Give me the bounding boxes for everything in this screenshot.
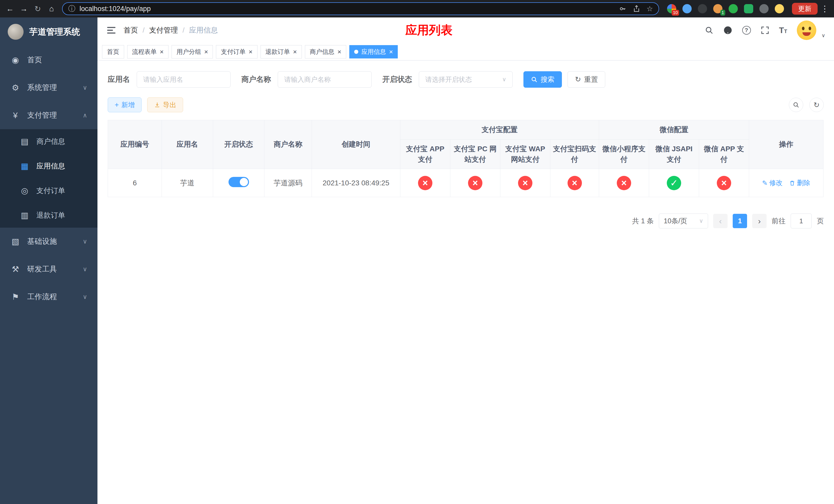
extension-badge: 10 [672, 10, 679, 16]
close-icon[interactable]: × [204, 48, 208, 55]
breadcrumb-separator: / [142, 26, 145, 35]
sidebar: 芋道管理系统 ◉ 首页 ⚙ 系统管理 ∨ ¥ 支付管理 ∧ ▤ 商户信息 ▦ 应… [0, 18, 97, 504]
bookmark-star-icon[interactable]: ☆ [646, 5, 653, 13]
close-icon[interactable]: × [160, 48, 163, 55]
sidebar-item-label: 基础设施 [27, 236, 57, 247]
tab-app-info[interactable]: 应用信息 × [349, 45, 398, 59]
font-size-icon[interactable]: TT [779, 26, 787, 35]
delete-button[interactable]: 删除 [789, 178, 810, 187]
pagination: 共 1 条 10条/页 ∨ ‹ 1 › 前往 页 [108, 213, 824, 228]
next-page-button[interactable]: › [752, 214, 767, 228]
sidebar-item-infrastructure[interactable]: ▧ 基础设施 ∨ [0, 228, 97, 255]
add-button[interactable]: + 新增 [108, 97, 141, 112]
col-header-actions: 操作 [749, 120, 824, 169]
cell-app-name: 芋道 [162, 169, 213, 197]
sidebar-item-system[interactable]: ⚙ 系统管理 ∨ [0, 74, 97, 101]
gear-icon: ⚙ [10, 83, 21, 93]
extension-icon-orange[interactable]: 1 [712, 3, 724, 15]
prev-page-button[interactable]: ‹ [713, 214, 728, 228]
dashboard-icon: ◉ [10, 55, 21, 65]
goto-suffix: 页 [817, 216, 824, 226]
pay-order-icon: ◎ [20, 186, 30, 196]
breadcrumb-payment[interactable]: 支付管理 [149, 25, 178, 35]
back-icon[interactable]: ← [4, 3, 16, 15]
search-button[interactable]: 搜索 [523, 71, 562, 88]
extension-icon-dark[interactable] [697, 3, 708, 15]
goto-page-input[interactable] [791, 213, 812, 228]
sidebar-item-pay-order[interactable]: ◎ 支付订单 [0, 178, 97, 203]
sidebar-item-payment[interactable]: ¥ 支付管理 ∧ [0, 101, 97, 129]
payment-submenu: ▤ 商户信息 ▦ 应用信息 ◎ 支付订单 ▥ 退款订单 [0, 129, 97, 228]
sidebar-item-merchant-info[interactable]: ▤ 商户信息 [0, 129, 97, 154]
sidebar-item-app-info[interactable]: ▦ 应用信息 [0, 154, 97, 178]
tab-refund-order[interactable]: 退款订单 × [261, 45, 302, 59]
help-icon[interactable]: ? [742, 26, 751, 35]
extension-icon-blue[interactable] [681, 3, 693, 15]
extension-icon-green-circle[interactable] [727, 3, 739, 15]
user-avatar[interactable] [797, 21, 816, 40]
forward-icon[interactable]: → [18, 3, 30, 15]
merchant-card-icon: ▤ [20, 137, 30, 146]
merchant-name-input[interactable] [278, 71, 372, 88]
extension-icon-grid[interactable]: 10 [666, 3, 678, 15]
col-header-alipay-wap: 支付宝 WAP 网站支付 [500, 140, 550, 169]
wx-app-status-icon: × [717, 176, 731, 190]
browser-update-button[interactable]: 更新 [792, 3, 818, 15]
tab-user-group[interactable]: 用户分组 × [172, 45, 213, 59]
close-icon[interactable]: × [337, 48, 341, 55]
browser-menu-icon[interactable]: ⋮ [820, 4, 830, 14]
site-info-icon[interactable]: ⓘ [68, 4, 75, 14]
fullscreen-icon[interactable] [761, 26, 769, 35]
col-header-created: 创建时间 [312, 120, 400, 169]
goto-label: 前往 [772, 216, 786, 226]
close-icon[interactable]: × [248, 48, 253, 55]
share-icon[interactable] [633, 5, 640, 13]
col-header-app-name: 应用名 [162, 120, 213, 169]
extension-strip: 10 1 [664, 3, 787, 15]
sidebar-item-label: 系统管理 [27, 83, 57, 93]
toggle-search-button[interactable] [789, 98, 803, 112]
address-bar[interactable]: ⓘ localhost:1024/pay/app ☆ [62, 2, 659, 15]
breadcrumb-home[interactable]: 首页 [124, 25, 138, 35]
status-toggle[interactable] [228, 177, 249, 187]
wx-jsapi-status-icon: ✓ [667, 176, 681, 190]
search-icon[interactable] [705, 26, 714, 35]
password-key-icon[interactable] [619, 5, 627, 13]
export-button[interactable]: 导出 [147, 97, 183, 112]
github-icon[interactable] [723, 26, 732, 35]
extension-icon-face[interactable] [773, 3, 785, 15]
refresh-table-button[interactable]: ↻ [809, 98, 824, 112]
tab-process-form[interactable]: 流程表单 × [127, 45, 169, 59]
wx-mini-status-icon: × [617, 176, 631, 190]
tab-merchant-info[interactable]: 商户信息 × [305, 45, 346, 59]
sidebar-item-home[interactable]: ◉ 首页 [0, 46, 97, 74]
main-area: 首页 / 支付管理 / 应用信息 应用列表 ? TT [97, 18, 834, 504]
alipay-qr-status-icon: × [568, 176, 582, 190]
col-header-alipay-app: 支付宝 APP 支付 [400, 140, 450, 169]
sidebar-item-workflow[interactable]: ⚑ 工作流程 ∨ [0, 283, 97, 311]
home-icon[interactable]: ⌂ [46, 3, 58, 15]
tab-pay-order[interactable]: 支付订单 × [216, 45, 257, 59]
status-select[interactable]: 请选择开启状态 ∨ [419, 71, 513, 88]
extension-icon-green-chat[interactable] [743, 3, 754, 15]
close-icon[interactable]: × [389, 48, 393, 55]
app-name-input[interactable] [137, 71, 231, 88]
close-icon[interactable]: × [293, 48, 297, 55]
extension-icon-pinwheel[interactable] [758, 3, 770, 15]
edit-button[interactable]: ✎ 修改 [762, 178, 783, 187]
hamburger-icon[interactable] [106, 26, 116, 35]
sidebar-item-dev-tools[interactable]: ⚒ 研发工具 ∨ [0, 255, 97, 283]
reset-button[interactable]: ↻ 重置 [568, 71, 605, 88]
page-size-select[interactable]: 10条/页 ∨ [659, 213, 708, 228]
current-page-button[interactable]: 1 [733, 214, 747, 228]
reload-icon[interactable]: ↻ [32, 3, 44, 15]
col-header-alipay-pc: 支付宝 PC 网站支付 [450, 140, 500, 169]
col-header-wx-mini: 微信小程序支付 [599, 140, 649, 169]
sidebar-item-refund-order[interactable]: ▥ 退款订单 [0, 203, 97, 228]
logo[interactable]: 芋道管理系统 [0, 18, 97, 46]
tab-home[interactable]: 首页 [102, 45, 124, 59]
sidebar-item-label: 商户信息 [37, 137, 65, 146]
col-header-wx-app: 微信 APP 支付 [699, 140, 749, 169]
trash-icon [789, 180, 795, 186]
chevron-down-icon: ∨ [699, 217, 703, 224]
